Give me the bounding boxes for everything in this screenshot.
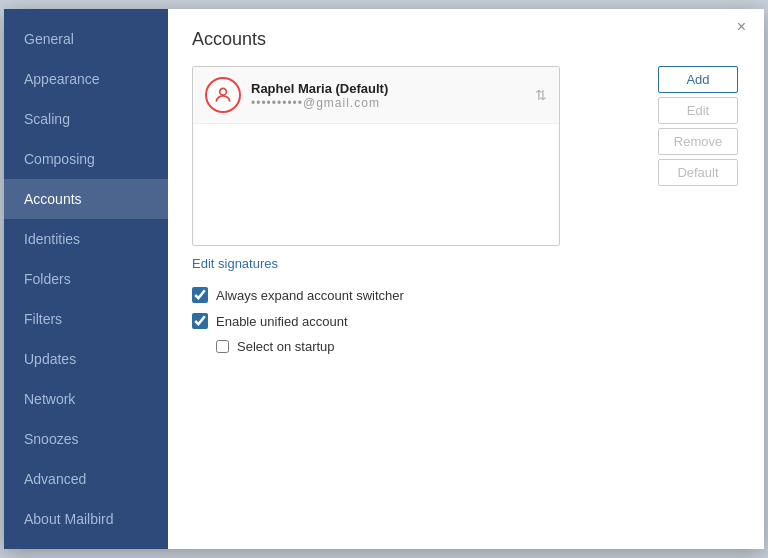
sidebar-item-snoozes[interactable]: Snoozes [4,419,168,459]
sidebar-item-filters[interactable]: Filters [4,299,168,339]
edit-signatures-link[interactable]: Edit signatures [192,256,278,271]
account-item[interactable]: Raphel Maria (Default) ••••••••••@gmail.… [193,67,559,124]
sidebar-item-scaling[interactable]: Scaling [4,99,168,139]
content-area: × Accounts Raphel Maria (Default) ••••••… [168,9,764,549]
account-info: Raphel Maria (Default) ••••••••••@gmail.… [251,81,527,110]
remove-button[interactable]: Remove [658,128,738,155]
account-name: Raphel Maria (Default) [251,81,527,96]
add-button[interactable]: Add [658,66,738,93]
checkbox-unified[interactable] [192,313,208,329]
svg-point-0 [220,88,227,95]
sidebar-item-accounts[interactable]: Accounts [4,179,168,219]
accounts-section: Raphel Maria (Default) ••••••••••@gmail.… [192,66,650,246]
close-button[interactable]: × [731,17,752,37]
checkbox-expand[interactable] [192,287,208,303]
checkbox-label-unified: Enable unified account [216,314,348,329]
default-button[interactable]: Default [658,159,738,186]
checkboxes-container: Always expand account switcherEnable uni… [192,287,740,354]
sidebar-item-composing[interactable]: Composing [4,139,168,179]
sort-icon: ⇅ [535,87,547,103]
accounts-list: Raphel Maria (Default) ••••••••••@gmail.… [192,66,560,246]
settings-dialog: GeneralAppearanceScalingComposingAccount… [4,9,764,549]
sidebar-item-updates[interactable]: Updates [4,339,168,379]
sidebar-item-identities[interactable]: Identities [4,219,168,259]
sidebar-item-network[interactable]: Network [4,379,168,419]
account-avatar [205,77,241,113]
sidebar-item-appearance[interactable]: Appearance [4,59,168,99]
checkbox-row-startup: Select on startup [216,339,740,354]
checkbox-label-expand: Always expand account switcher [216,288,404,303]
page-title: Accounts [192,29,740,50]
sidebar-item-about[interactable]: About Mailbird [4,499,168,539]
sidebar: GeneralAppearanceScalingComposingAccount… [4,9,168,549]
sidebar-item-advanced[interactable]: Advanced [4,459,168,499]
checkbox-row-expand: Always expand account switcher [192,287,740,303]
account-action-buttons: Add Edit Remove Default [658,66,738,186]
sidebar-item-general[interactable]: General [4,19,168,59]
checkbox-label-startup: Select on startup [237,339,335,354]
account-email: ••••••••••@gmail.com [251,96,527,110]
sidebar-item-folders[interactable]: Folders [4,259,168,299]
edit-button[interactable]: Edit [658,97,738,124]
checkbox-row-unified: Enable unified account [192,313,740,329]
checkbox-startup[interactable] [216,340,229,353]
